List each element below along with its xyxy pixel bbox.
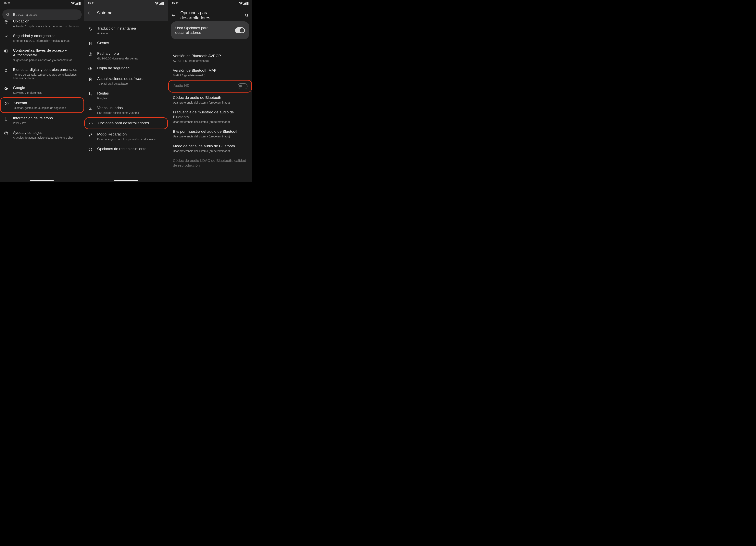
list-item[interactable]: SistemaIdiomas, gestos, hora, copias de … [0, 97, 84, 113]
list-item-body: Fecha y horaGMT-06:00 Hora estándar cent… [97, 51, 164, 60]
list-item-title: Seguridad y emergencias [13, 33, 80, 38]
signal-icon [159, 2, 162, 5]
list-item-title: Fecha y hora [97, 51, 164, 56]
list-item-title: Códec de audio de Bluetooth [173, 95, 248, 100]
list-item-title: Gestos [97, 41, 164, 45]
list-item[interactable]: Audio HD [168, 80, 252, 93]
back-button[interactable] [87, 10, 93, 16]
clock-icon [87, 52, 93, 56]
dev-options-master-toggle[interactable] [235, 27, 245, 33]
list-item-subtitle: Usar preferencia del sistema (predetermi… [173, 149, 248, 153]
backup-icon [87, 67, 93, 71]
list-item[interactable]: Varios usuariosHas iniciado sesión como … [84, 103, 168, 117]
back-button[interactable] [171, 13, 176, 18]
list-item[interactable]: Actualizaciones de softwareTu Pixel está… [84, 74, 168, 88]
battery-icon [79, 2, 81, 5]
dev-options-master-card[interactable]: Usar Opciones para desarrolladores [171, 21, 249, 39]
list-item[interactable]: Reglas0 reglas [84, 88, 168, 103]
list-item[interactable]: Códec de audio de BluetoothUsar preferen… [168, 93, 252, 107]
list-item-subtitle: Artículos de ayuda, asistencia por teléf… [13, 136, 80, 139]
list-item[interactable]: Versión de Bluetooth MAPMAP 1.2 (predete… [168, 65, 252, 80]
list-item-subtitle: MAP 1.2 (predeterminado) [173, 74, 248, 77]
list-item[interactable]: Modo de canal de audio de BluetoothUsar … [168, 141, 252, 156]
list-item[interactable]: Información del teléfonoPixel 7 Pro [0, 113, 84, 128]
list-item-title: Varios usuarios [97, 106, 164, 110]
users-icon [87, 106, 93, 111]
list-item-body: Versión de Bluetooth AVRCPAVRCP 1.5 (pre… [173, 54, 248, 63]
appbar: Sistema [84, 7, 168, 21]
toggle[interactable] [238, 83, 247, 89]
svg-line-1 [8, 15, 9, 16]
list-item[interactable]: Frecuencia de muestreo de audio de Bluet… [168, 107, 252, 126]
system-list[interactable]: Traducción instantáneaActivadoGestosFech… [84, 23, 168, 182]
signal-icon [75, 2, 78, 5]
list-item[interactable]: Versión de Bluetooth AVRCPAVRCP 1.5 (pre… [168, 51, 252, 65]
list-item-title: Google [13, 85, 80, 90]
list-item-body: Ayuda y consejosArtículos de ayuda, asis… [13, 130, 80, 139]
list-item-title: Ubicación [13, 19, 80, 24]
list-item-subtitle: 0 reglas [97, 96, 164, 100]
search-button[interactable] [244, 13, 249, 18]
page-title: Sistema [97, 10, 112, 16]
list-item-body: GoogleServicios y preferencias [13, 85, 80, 95]
list-item[interactable]: Fecha y horaGMT-06:00 Hora estándar cent… [84, 48, 168, 63]
list-item[interactable]: Traducción instantáneaActivado [84, 23, 168, 38]
nav-handle[interactable] [30, 180, 54, 181]
list-item-title: Modo Reparación [97, 132, 164, 137]
list-item[interactable]: Bits por muestra del audio de BluetoothU… [168, 126, 252, 141]
list-item[interactable]: GoogleServicios y preferencias [0, 83, 84, 97]
list-item-title: Versión de Bluetooth MAP [173, 68, 248, 73]
list-item-subtitle: Idiomas, gestos, hora, copias de segurid… [14, 106, 80, 110]
list-item-title: Actualizaciones de software [97, 76, 164, 81]
list-item-title: Bienestar digital y controles parentales [13, 67, 80, 72]
list-item-body: Contraseñas, llaves de acceso y Autocomp… [13, 48, 80, 62]
battery-icon [162, 2, 164, 5]
list-item-body: Códec de audio de BluetoothUsar preferen… [173, 95, 248, 104]
card-account-icon [3, 49, 9, 53]
list-item-body: Modo ReparaciónEntorno seguro para la re… [97, 132, 164, 141]
settings-list[interactable]: UbicaciónActivada: 15 aplicaciones tiene… [0, 16, 84, 182]
list-item[interactable]: Ayuda y consejosArtículos de ayuda, asis… [0, 128, 84, 142]
list-item-subtitle: Activado [97, 32, 164, 35]
list-item[interactable]: UbicaciónActivada: 15 aplicaciones tiene… [0, 16, 84, 31]
list-item[interactable]: Gestos [84, 38, 168, 48]
list-item-body: Frecuencia de muestreo de audio de Bluet… [173, 110, 248, 124]
info-icon [4, 101, 10, 106]
svg-point-8 [7, 103, 7, 103]
list-item-body: Versión de Bluetooth MAPMAP 1.2 (predete… [173, 68, 248, 77]
phone-system: 19:21 Sistema Teclado en pantalla, herra… [84, 0, 168, 182]
nav-handle[interactable] [114, 180, 138, 181]
list-item[interactable]: Opciones de restablecimiento [84, 144, 168, 154]
list-item-subtitle: GMT-06:00 Hora estándar central [97, 57, 164, 60]
status-icons [71, 2, 81, 5]
google-icon [3, 86, 9, 91]
svg-point-2 [6, 21, 7, 22]
phone-icon [3, 117, 9, 121]
list-item-body: Actualizaciones de softwareTu Pixel está… [97, 76, 164, 85]
status-time: 19:22 [172, 2, 179, 5]
svg-rect-3 [5, 50, 8, 52]
reset-icon [87, 147, 93, 152]
list-item-title: Información del teléfono [13, 116, 80, 121]
wellbeing-icon [3, 68, 9, 72]
list-item-title: Reglas [97, 91, 164, 96]
list-item-title: Modo de canal de audio de Bluetooth [173, 144, 248, 148]
list-item-body: Información del teléfonoPixel 7 Pro [13, 116, 80, 125]
list-item[interactable]: Copia de seguridad [84, 63, 168, 74]
list-item-body: Gestos [97, 41, 164, 45]
list-item[interactable]: Contraseñas, llaves de acceso y Autocomp… [0, 45, 84, 65]
dev-options-list[interactable]: Versión de Bluetooth AVRCPAVRCP 1.5 (pre… [168, 24, 252, 182]
list-item[interactable]: Bienestar digital y controles parentales… [0, 65, 84, 83]
list-item[interactable]: Seguridad y emergenciasEmergencia SOS, i… [0, 31, 84, 45]
list-item-body: Reglas0 reglas [97, 91, 164, 100]
list-item-subtitle: Tu Pixel está actualizado [97, 82, 164, 85]
list-item[interactable]: Opciones para desarrolladores [84, 117, 168, 129]
list-item[interactable]: Modo ReparaciónEntorno seguro para la re… [84, 129, 168, 144]
list-item-body: SistemaIdiomas, gestos, hora, copias de … [14, 101, 80, 110]
list-item-body: Bienestar digital y controles parentales… [13, 67, 80, 80]
list-item[interactable]: Códec de audio LDAC de Bluetooth: calida… [168, 156, 252, 171]
list-item-body: Bits por muestra del audio de BluetoothU… [173, 129, 248, 138]
list-item-subtitle: Activada: 15 aplicaciones tienen acceso … [13, 24, 80, 28]
status-bar: 19:21 [84, 0, 168, 7]
status-bar: 19:22 [168, 0, 252, 7]
